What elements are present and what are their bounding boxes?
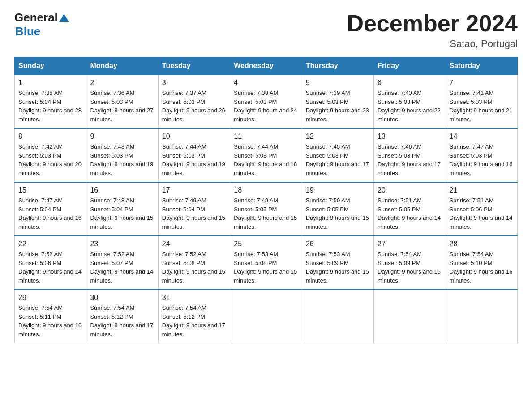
weekday-header-row: SundayMondayTuesdayWednesdayThursdayFrid… (15, 57, 518, 75)
calendar-cell: 31Sunrise: 7:54 AMSunset: 5:12 PMDayligh… (158, 290, 230, 343)
logo-triangle-icon (59, 13, 69, 23)
calendar-cell (302, 290, 373, 343)
day-info: Sunrise: 7:35 AMSunset: 5:04 PMDaylight:… (18, 89, 82, 124)
day-info: Sunrise: 7:51 AMSunset: 5:06 PMDaylight:… (450, 196, 514, 231)
calendar-cell: 4Sunrise: 7:38 AMSunset: 5:03 PMDaylight… (230, 75, 302, 128)
calendar-cell: 25Sunrise: 7:53 AMSunset: 5:08 PMDayligh… (230, 236, 302, 290)
day-number: 8 (18, 133, 82, 141)
day-number: 20 (378, 186, 442, 194)
calendar-cell: 26Sunrise: 7:53 AMSunset: 5:09 PMDayligh… (302, 236, 373, 290)
day-number: 28 (450, 240, 514, 248)
day-number: 18 (234, 186, 298, 194)
calendar-cell: 2Sunrise: 7:36 AMSunset: 5:03 PMDaylight… (86, 75, 158, 128)
day-info: Sunrise: 7:52 AMSunset: 5:08 PMDaylight:… (162, 250, 226, 285)
calendar-cell: 11Sunrise: 7:44 AMSunset: 5:03 PMDayligh… (230, 128, 302, 182)
calendar-cell: 24Sunrise: 7:52 AMSunset: 5:08 PMDayligh… (158, 236, 230, 290)
day-number: 17 (162, 186, 226, 194)
day-info: Sunrise: 7:49 AMSunset: 5:05 PMDaylight:… (234, 196, 298, 231)
calendar-cell (446, 290, 517, 343)
day-number: 10 (162, 133, 226, 141)
day-number: 11 (234, 133, 298, 141)
calendar-cell: 10Sunrise: 7:44 AMSunset: 5:03 PMDayligh… (158, 128, 230, 182)
day-number: 1 (18, 79, 82, 87)
week-row-2: 8Sunrise: 7:42 AMSunset: 5:03 PMDaylight… (15, 128, 518, 182)
day-number: 26 (306, 240, 370, 248)
day-info: Sunrise: 7:39 AMSunset: 5:03 PMDaylight:… (306, 89, 370, 124)
calendar-cell: 23Sunrise: 7:52 AMSunset: 5:07 PMDayligh… (86, 236, 158, 290)
day-info: Sunrise: 7:41 AMSunset: 5:03 PMDaylight:… (450, 89, 514, 124)
weekday-header-wednesday: Wednesday (230, 57, 302, 75)
day-info: Sunrise: 7:50 AMSunset: 5:05 PMDaylight:… (306, 196, 370, 231)
day-info: Sunrise: 7:54 AMSunset: 5:12 PMDaylight:… (90, 304, 154, 338)
calendar-cell: 7Sunrise: 7:41 AMSunset: 5:03 PMDaylight… (446, 75, 517, 128)
week-row-1: 1Sunrise: 7:35 AMSunset: 5:04 PMDaylight… (15, 75, 518, 128)
day-info: Sunrise: 7:38 AMSunset: 5:03 PMDaylight:… (234, 89, 298, 124)
weekday-header-sunday: Sunday (15, 57, 86, 75)
day-number: 12 (306, 133, 370, 141)
title-block: December 2024 Satao, Portugal (347, 11, 518, 50)
day-number: 19 (306, 186, 370, 194)
day-number: 22 (18, 240, 82, 248)
weekday-header-thursday: Thursday (302, 57, 373, 75)
calendar-cell: 28Sunrise: 7:54 AMSunset: 5:10 PMDayligh… (446, 236, 517, 290)
calendar-cell: 21Sunrise: 7:51 AMSunset: 5:06 PMDayligh… (446, 182, 517, 236)
calendar-cell: 9Sunrise: 7:43 AMSunset: 5:03 PMDaylight… (86, 128, 158, 182)
day-number: 4 (234, 79, 298, 87)
day-info: Sunrise: 7:45 AMSunset: 5:03 PMDaylight:… (306, 142, 370, 177)
day-info: Sunrise: 7:36 AMSunset: 5:03 PMDaylight:… (90, 89, 154, 124)
day-info: Sunrise: 7:54 AMSunset: 5:11 PMDaylight:… (18, 304, 82, 338)
calendar-cell: 1Sunrise: 7:35 AMSunset: 5:04 PMDaylight… (15, 75, 86, 128)
day-number: 31 (162, 294, 226, 302)
week-row-3: 15Sunrise: 7:47 AMSunset: 5:04 PMDayligh… (15, 182, 518, 236)
day-info: Sunrise: 7:52 AMSunset: 5:06 PMDaylight:… (18, 250, 82, 285)
calendar-cell (230, 290, 302, 343)
calendar-cell: 22Sunrise: 7:52 AMSunset: 5:06 PMDayligh… (15, 236, 86, 290)
day-info: Sunrise: 7:52 AMSunset: 5:07 PMDaylight:… (90, 250, 154, 285)
day-number: 24 (162, 240, 226, 248)
weekday-header-saturday: Saturday (446, 57, 517, 75)
day-info: Sunrise: 7:43 AMSunset: 5:03 PMDaylight:… (90, 142, 154, 177)
week-row-4: 22Sunrise: 7:52 AMSunset: 5:06 PMDayligh… (15, 236, 518, 290)
logo-blue-text: Blue (15, 25, 40, 39)
calendar-cell (374, 290, 446, 343)
calendar-cell: 12Sunrise: 7:45 AMSunset: 5:03 PMDayligh… (302, 128, 373, 182)
day-info: Sunrise: 7:46 AMSunset: 5:03 PMDaylight:… (378, 142, 442, 177)
calendar-cell: 20Sunrise: 7:51 AMSunset: 5:05 PMDayligh… (374, 182, 446, 236)
calendar-cell: 18Sunrise: 7:49 AMSunset: 5:05 PMDayligh… (230, 182, 302, 236)
day-info: Sunrise: 7:44 AMSunset: 5:03 PMDaylight:… (162, 142, 226, 177)
day-number: 21 (450, 186, 514, 194)
month-title: December 2024 (347, 11, 518, 36)
calendar-cell: 16Sunrise: 7:48 AMSunset: 5:04 PMDayligh… (86, 182, 158, 236)
day-number: 7 (450, 79, 514, 87)
calendar-cell: 19Sunrise: 7:50 AMSunset: 5:05 PMDayligh… (302, 182, 373, 236)
weekday-header-tuesday: Tuesday (158, 57, 230, 75)
calendar-cell: 29Sunrise: 7:54 AMSunset: 5:11 PMDayligh… (15, 290, 86, 343)
calendar-table: SundayMondayTuesdayWednesdayThursdayFrid… (14, 57, 518, 343)
day-number: 5 (306, 79, 370, 87)
logo: General Blue (14, 11, 69, 39)
day-info: Sunrise: 7:48 AMSunset: 5:04 PMDaylight:… (90, 196, 154, 231)
day-number: 13 (378, 133, 442, 141)
day-info: Sunrise: 7:47 AMSunset: 5:03 PMDaylight:… (450, 142, 514, 177)
calendar-cell: 15Sunrise: 7:47 AMSunset: 5:04 PMDayligh… (15, 182, 86, 236)
day-info: Sunrise: 7:54 AMSunset: 5:12 PMDaylight:… (162, 304, 226, 338)
logo-general-text: General (14, 11, 58, 25)
day-number: 30 (90, 294, 154, 302)
day-number: 23 (90, 240, 154, 248)
day-number: 6 (378, 79, 442, 87)
page-header: General Blue December 2024 Satao, Portug… (14, 11, 518, 50)
weekday-header-friday: Friday (374, 57, 446, 75)
day-info: Sunrise: 7:42 AMSunset: 5:03 PMDaylight:… (18, 142, 82, 177)
calendar-cell: 30Sunrise: 7:54 AMSunset: 5:12 PMDayligh… (86, 290, 158, 343)
calendar-cell: 8Sunrise: 7:42 AMSunset: 5:03 PMDaylight… (15, 128, 86, 182)
calendar-cell: 27Sunrise: 7:54 AMSunset: 5:09 PMDayligh… (374, 236, 446, 290)
day-info: Sunrise: 7:53 AMSunset: 5:08 PMDaylight:… (234, 250, 298, 285)
day-number: 29 (18, 294, 82, 302)
day-number: 14 (450, 133, 514, 141)
day-number: 3 (162, 79, 226, 87)
day-number: 27 (378, 240, 442, 248)
day-info: Sunrise: 7:49 AMSunset: 5:04 PMDaylight:… (162, 196, 226, 231)
calendar-cell: 14Sunrise: 7:47 AMSunset: 5:03 PMDayligh… (446, 128, 517, 182)
day-number: 25 (234, 240, 298, 248)
day-number: 15 (18, 186, 82, 194)
